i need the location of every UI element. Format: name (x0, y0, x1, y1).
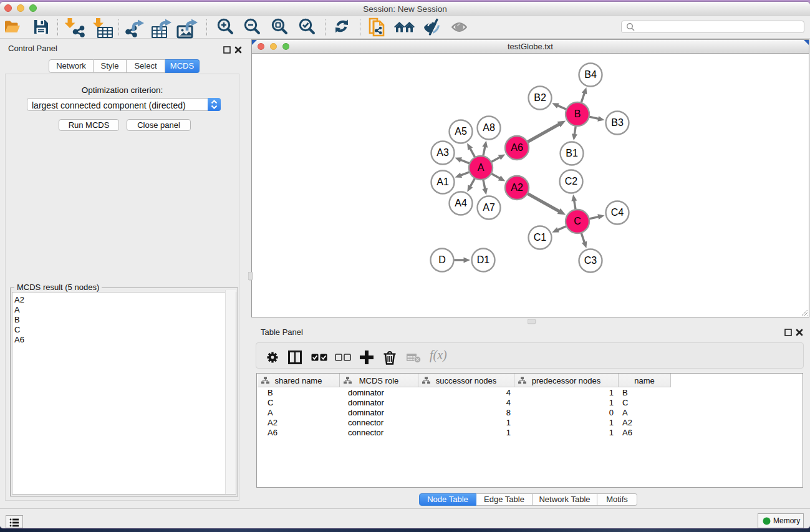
svg-text:A: A (478, 162, 485, 173)
svg-text:D: D (438, 254, 446, 265)
svg-text:C: C (574, 216, 581, 226)
svg-text:A2: A2 (511, 182, 523, 193)
svg-text:B3: B3 (611, 117, 624, 128)
svg-text:C2: C2 (565, 176, 578, 186)
svg-text:C1: C1 (534, 232, 547, 243)
svg-text:A4: A4 (455, 198, 467, 208)
svg-text:C3: C3 (584, 255, 597, 266)
svg-text:B2: B2 (534, 92, 546, 103)
svg-text:B: B (574, 109, 581, 119)
svg-text:A3: A3 (436, 147, 449, 158)
svg-text:A6: A6 (511, 142, 523, 153)
svg-text:A1: A1 (436, 177, 449, 187)
svg-text:B1: B1 (566, 148, 578, 158)
svg-text:D1: D1 (477, 254, 490, 265)
svg-text:A7: A7 (483, 202, 495, 213)
svg-text:A5: A5 (455, 126, 467, 137)
svg-text:B4: B4 (584, 69, 597, 80)
svg-text:C4: C4 (611, 207, 624, 218)
svg-text:A8: A8 (483, 122, 495, 133)
